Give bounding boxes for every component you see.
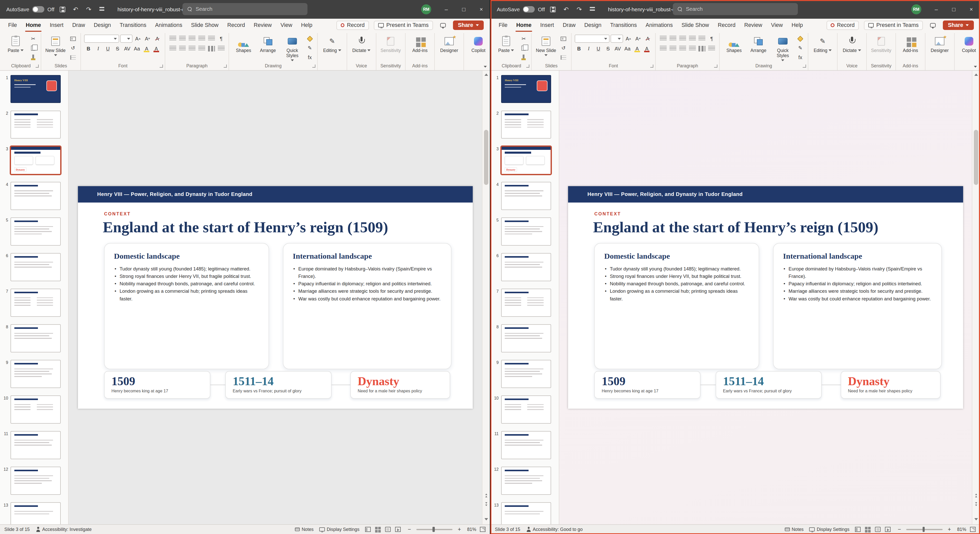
normal-view-button[interactable]: [855, 527, 861, 532]
international-landscape-card[interactable]: International landscape Europe dominated…: [773, 243, 942, 369]
format-painter-button[interactable]: [29, 53, 37, 62]
thumbnail-item-9[interactable]: 9: [0, 360, 66, 388]
thumbnail-slide-12[interactable]: [11, 467, 60, 495]
scrollbar-thumb[interactable]: [484, 130, 488, 185]
slide-header-bar[interactable]: Henry VIII — Power, Religion, and Dynast…: [568, 186, 963, 202]
stat-card-1511-14[interactable]: 1511–14 Early wars vs France; pursuit of…: [716, 371, 822, 399]
italic-button[interactable]: I: [584, 44, 593, 53]
thumbnail-item-6[interactable]: 6: [490, 253, 556, 281]
bold-button[interactable]: B: [575, 44, 583, 53]
notes-button[interactable]: Notes: [785, 527, 803, 532]
tab-insert[interactable]: Insert: [536, 19, 558, 32]
numbering-button[interactable]: [178, 34, 187, 43]
editing-button[interactable]: ✎ Editing: [321, 34, 344, 53]
align-right-button[interactable]: [188, 44, 197, 53]
thumbnail-slide-4[interactable]: [501, 182, 551, 210]
align-center-button[interactable]: [668, 44, 677, 53]
tab-animations[interactable]: Animations: [641, 19, 677, 32]
search-box[interactable]: Search: [673, 3, 798, 15]
save-button[interactable]: [548, 4, 558, 14]
tab-record[interactable]: Record: [223, 19, 249, 32]
thumbnail-item-12[interactable]: 12: [490, 467, 556, 495]
copy-button[interactable]: [519, 44, 528, 52]
thumbnail-slide-8[interactable]: [11, 324, 60, 353]
tab-draw[interactable]: Draw: [558, 19, 580, 32]
section-button[interactable]: [68, 53, 77, 62]
thumbnail-item-9[interactable]: 9: [490, 360, 556, 388]
copilot-button[interactable]: Copilot: [467, 34, 490, 53]
align-left-button[interactable]: [659, 44, 668, 53]
thumbnail-slide-5[interactable]: [11, 218, 60, 246]
vertical-scrollbar[interactable]: [482, 71, 490, 524]
justify-button[interactable]: [197, 44, 206, 53]
share-button[interactable]: Share: [943, 21, 974, 30]
fit-slide-to-window-button[interactable]: [480, 527, 485, 532]
scroll-up-button[interactable]: [972, 71, 980, 79]
thumbnail-slide-2[interactable]: [11, 111, 60, 139]
align-center-button[interactable]: [178, 44, 187, 53]
comments-button[interactable]: [438, 21, 448, 30]
thumbnail-slide-2[interactable]: [501, 111, 551, 139]
domestic-landscape-card[interactable]: Domestic landscape Tudor dynasty still y…: [104, 243, 269, 369]
thumbnail-slide-3[interactable]: 1509 1511–14 Dynasty: [11, 146, 60, 175]
clear-formatting-button[interactable]: A: [153, 34, 162, 43]
increase-font-size-button[interactable]: A: [624, 34, 633, 43]
drawing-dialog-launcher[interactable]: [312, 65, 315, 68]
zoom-slider[interactable]: [416, 529, 452, 530]
thumbnail-slide-6[interactable]: [11, 253, 60, 281]
tab-file[interactable]: File: [494, 19, 512, 32]
character-spacing-button[interactable]: AV: [123, 44, 132, 53]
paragraph-dialog-launcher[interactable]: [224, 65, 227, 68]
previous-slide-button[interactable]: [482, 492, 490, 499]
collapse-ribbon-button[interactable]: [484, 66, 487, 68]
thumbnail-item-5[interactable]: 5: [490, 218, 556, 246]
add-ins-button[interactable]: Add-ins: [409, 34, 431, 53]
thumbnail-item-1[interactable]: 1 Henry VIII: [490, 75, 556, 103]
thumbnail-item-13[interactable]: 13: [0, 502, 66, 524]
shape-outline-button[interactable]: ✎: [305, 44, 314, 52]
thumbnail-slide-7[interactable]: [501, 289, 551, 317]
comments-button[interactable]: [928, 21, 938, 30]
reset-button[interactable]: ↺: [559, 44, 568, 52]
redo-button[interactable]: ↷: [574, 4, 584, 14]
decrease-indent-button[interactable]: [188, 34, 197, 43]
avatar[interactable]: RM: [912, 4, 921, 14]
font-dialog-launcher[interactable]: [650, 65, 653, 68]
thumbnail-slide-5[interactable]: [501, 218, 551, 246]
next-slide-button[interactable]: [972, 501, 980, 508]
display-settings-button[interactable]: Display Settings: [319, 527, 360, 532]
cut-button[interactable]: ✂: [519, 34, 528, 43]
line-spacing-button[interactable]: [698, 34, 706, 43]
reading-view-button[interactable]: [875, 527, 881, 532]
thumbnail-item-2[interactable]: 2: [0, 111, 66, 139]
align-left-button[interactable]: [168, 44, 177, 53]
thumbnail-item-5[interactable]: 5: [0, 218, 66, 246]
thumbnail-slide-8[interactable]: [501, 324, 551, 353]
thumbnail-slide-13[interactable]: [501, 502, 551, 524]
font-name-select[interactable]: [84, 35, 119, 43]
dictate-button[interactable]: Dictate: [841, 34, 863, 53]
change-case-button[interactable]: Aa: [132, 44, 141, 53]
thumbnail-item-8[interactable]: 8: [0, 324, 66, 353]
notes-button[interactable]: Notes: [295, 527, 313, 532]
zoom-slider-knob[interactable]: [433, 527, 435, 532]
thumbnail-slide-7[interactable]: [11, 289, 60, 317]
tab-slide-show[interactable]: Slide Show: [677, 19, 713, 32]
tab-transitions[interactable]: Transitions: [115, 19, 151, 32]
convert-smartart-button[interactable]: [217, 44, 226, 53]
accessibility-status[interactable]: Accessibility: Investigate: [36, 527, 91, 532]
tab-view[interactable]: View: [276, 19, 297, 32]
reading-view-button[interactable]: [385, 527, 391, 532]
zoom-in-button[interactable]: +: [456, 526, 463, 533]
thumbnail-item-11[interactable]: 11: [0, 431, 66, 459]
autosave-toggle[interactable]: [523, 6, 535, 12]
reset-button[interactable]: ↺: [68, 44, 77, 52]
thumbnail-slide-4[interactable]: [11, 182, 60, 210]
tab-help[interactable]: Help: [297, 19, 317, 32]
underline-button[interactable]: U: [594, 44, 603, 53]
tab-insert[interactable]: Insert: [45, 19, 68, 32]
increase-indent-button[interactable]: [197, 34, 206, 43]
font-color-button[interactable]: A: [152, 44, 161, 53]
stat-card-dynasty[interactable]: Dynasty Need for a male heir shapes poli…: [350, 371, 450, 399]
zoom-out-button[interactable]: −: [896, 526, 902, 533]
